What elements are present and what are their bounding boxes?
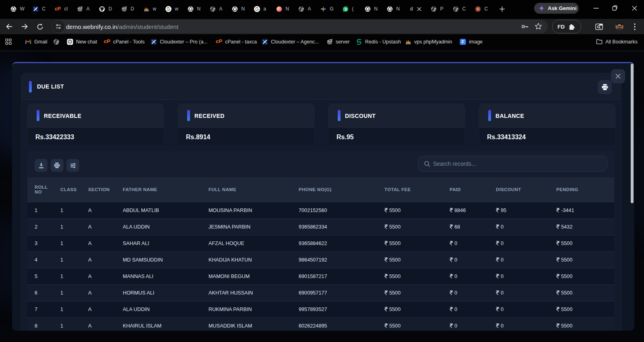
svg-text:cP: cP bbox=[55, 6, 61, 12]
svg-text:cP: cP bbox=[216, 39, 222, 44]
svg-text:cP: cP bbox=[104, 39, 110, 44]
svg-text:3: 3 bbox=[344, 7, 347, 11]
svg-text:F: F bbox=[462, 39, 464, 44]
